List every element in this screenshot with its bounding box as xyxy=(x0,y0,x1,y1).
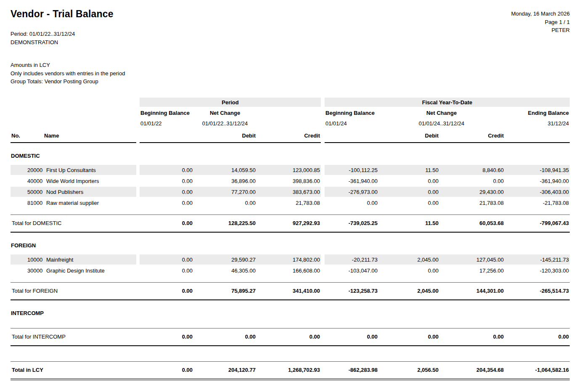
empty-cell xyxy=(140,129,193,143)
fytd-beginning-balance: 0.00 xyxy=(325,198,378,208)
spacer-row xyxy=(11,161,570,164)
vendor-name: Raw material supplier xyxy=(43,198,136,208)
spacer-row xyxy=(11,347,570,360)
group-heading-foreign: FOREIGN xyxy=(11,241,570,249)
period-credit-total: 341,410.00 xyxy=(256,282,321,300)
grand-total-row: Total in LCY 0.00 204,120.77 1,268,702.9… xyxy=(11,361,570,380)
period-credit: 383,673.00 xyxy=(256,187,321,197)
fytd-beginning-balance: -103,047.00 xyxy=(325,265,378,275)
period-credit-grand-total: 1,268,702.93 xyxy=(256,361,321,380)
vendor-no: 50000 xyxy=(11,187,43,197)
fytd-beginning-balance-grand-total: -862,283.98 xyxy=(325,361,378,380)
fytd-ending-balance: -145,211.73 xyxy=(505,254,570,265)
group-heading-domestic: DOMESTIC xyxy=(11,151,570,160)
filter-line-entries: Only includes vendors with entries in th… xyxy=(11,69,125,78)
spacer xyxy=(11,144,570,151)
fytd-beginning-balance-total: 0.00 xyxy=(325,328,378,346)
report-options: Amounts in LCY Only includes vendors wit… xyxy=(11,61,125,86)
period-credit: 398,836.00 xyxy=(256,176,321,186)
vendor-row: 10000 Mainfreight 0.00 29,590.27 174,802… xyxy=(11,254,570,265)
fytd-credit: 127,045.00 xyxy=(439,254,505,265)
header-date-row: 01/01/22 01/01/22..31/12/24 01/01/24 01/… xyxy=(11,119,570,128)
period-beginning-balance: 0.00 xyxy=(140,254,193,265)
section-total-label: Total for DOMESTIC xyxy=(11,215,136,233)
period-beginning-balance: 0.00 xyxy=(140,165,193,175)
period-beginning-date: 01/01/22 xyxy=(140,119,193,128)
fytd-credit: 29,430.00 xyxy=(439,187,505,197)
report-meta: Monday, 16 March 2026 Page 1 / 1 PETER xyxy=(511,10,570,34)
spacer-row xyxy=(11,250,570,254)
fytd-credit-header: Credit xyxy=(439,129,505,143)
vendor-name: Mainfreight xyxy=(43,254,136,265)
period-credit-total: 0.00 xyxy=(256,328,321,346)
fytd-ending-balance-grand-total: -1,064,582.16 xyxy=(505,361,570,380)
vendor-no: 40000 xyxy=(11,176,43,186)
column-gap xyxy=(321,254,325,265)
spacer xyxy=(11,347,570,360)
column-gap xyxy=(321,187,325,197)
report-date: Monday, 16 March 2026 xyxy=(511,10,570,18)
column-gap xyxy=(136,198,140,208)
period-debit: 77,270.00 xyxy=(193,187,256,197)
fytd-credit-total: 60,053.68 xyxy=(439,215,505,233)
fytd-beginning-balance: -361,940.00 xyxy=(325,176,378,186)
empty-cell xyxy=(256,119,321,128)
page-title: Vendor - Trial Balance xyxy=(11,8,114,20)
period-debit-total: 75,895.27 xyxy=(193,282,256,300)
fytd-band-header: Fiscal Year-To-Date xyxy=(325,98,570,107)
period-beginning-balance-grand-total: 0.00 xyxy=(140,361,193,380)
spacer xyxy=(11,318,570,327)
column-gap xyxy=(321,108,325,118)
column-gap xyxy=(321,198,325,208)
fytd-beginning-balance: -276,973.00 xyxy=(325,187,378,197)
period-debit-total: 0.00 xyxy=(193,328,256,346)
fytd-credit: 8,840.60 xyxy=(439,165,505,175)
fytd-ending-balance: -21,783.08 xyxy=(505,198,570,208)
period-debit-total: 128,225.50 xyxy=(193,215,256,233)
vendor-name: First Up Consultants xyxy=(43,165,136,175)
column-header-row: No. Name Debit Credit Debit Credit xyxy=(11,129,570,143)
fytd-ending-balance-label: Ending Balance xyxy=(505,108,570,118)
empty-cell xyxy=(256,108,321,118)
column-gap xyxy=(136,254,140,265)
vendor-name: Graphic Design Institute xyxy=(43,265,136,275)
page-number: Page 1 / 1 xyxy=(511,18,570,26)
spacer-row xyxy=(11,276,570,281)
fytd-credit: 17,256.00 xyxy=(439,265,505,275)
spacer xyxy=(11,250,570,254)
fytd-credit: 21,783.08 xyxy=(439,198,505,208)
period-debit: 0.00 xyxy=(193,198,256,208)
column-gap xyxy=(321,282,325,300)
column-gap xyxy=(136,176,140,186)
column-gap xyxy=(136,129,140,143)
vendor-no: 10000 xyxy=(11,254,43,265)
period-debit-header: Debit xyxy=(193,129,256,143)
period-filter: Period: 01/01/22..31/12/24 xyxy=(11,30,75,38)
period-credit: 21,783.08 xyxy=(256,198,321,208)
spacer xyxy=(11,233,570,240)
fytd-credit-grand-total: 204,354.68 xyxy=(439,361,505,380)
header-band-row: Period Fiscal Year-To-Date xyxy=(11,98,570,107)
column-gap xyxy=(136,328,140,346)
fytd-beginning-balance-total: -123,258.73 xyxy=(325,282,378,300)
fytd-ending-balance-total: -265,514.73 xyxy=(505,282,570,300)
section-total-row: Total for FOREIGN 0.00 75,895.27 341,410… xyxy=(11,282,570,300)
period-debit: 29,590.27 xyxy=(193,254,256,265)
fytd-debit: 0.00 xyxy=(378,198,439,208)
spacer xyxy=(11,276,570,281)
grand-total-label: Total in LCY xyxy=(11,361,136,380)
period-beginning-balance-label: Beginning Balance xyxy=(140,108,193,118)
column-gap xyxy=(136,265,140,275)
period-credit: 166,608.00 xyxy=(256,265,321,275)
fytd-debit-grand-total: 2,056.50 xyxy=(378,361,439,380)
column-gap xyxy=(321,361,325,380)
fytd-beginning-balance: -20,211.73 xyxy=(325,254,378,265)
trial-balance-table: Period Fiscal Year-To-Date Beginning Bal… xyxy=(11,97,570,381)
filter-line-group-totals: Group Totals: Vendor Posting Group xyxy=(11,77,125,86)
period-net-change-label: Net Change xyxy=(193,108,256,118)
period-beginning-balance-total: 0.00 xyxy=(140,328,193,346)
column-gap xyxy=(321,215,325,233)
section-total-row: Total for DOMESTIC 0.00 128,225.50 927,2… xyxy=(11,215,570,233)
column-gap xyxy=(321,98,325,107)
fytd-ending-balance: -361,940.00 xyxy=(505,176,570,186)
